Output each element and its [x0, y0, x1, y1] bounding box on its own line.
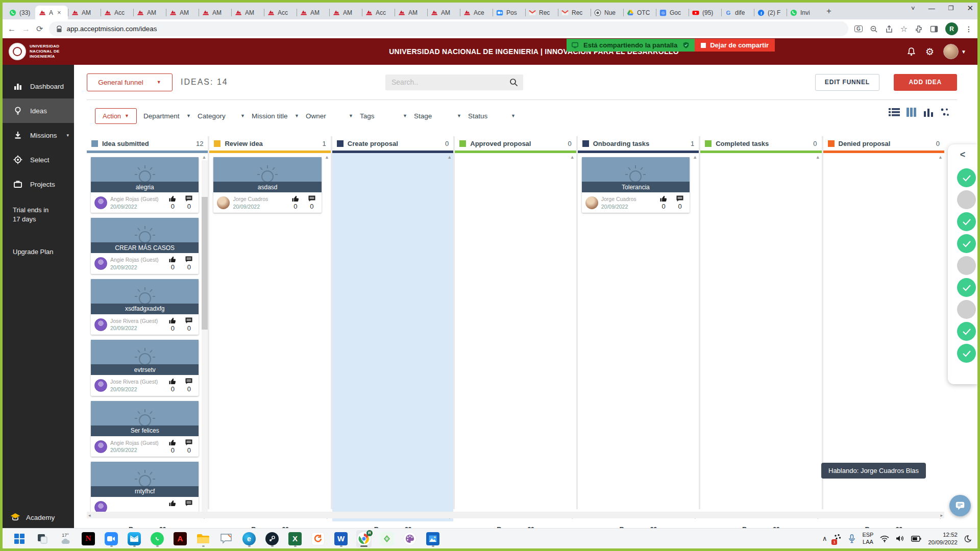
participant-check-avatar[interactable]	[957, 234, 976, 253]
card-comments[interactable]: 0	[182, 378, 195, 393]
notification-center-icon[interactable]	[964, 535, 972, 543]
column-header[interactable]: Denied proposal0	[823, 136, 944, 151]
horizontal-scrollbar[interactable]: ◂ ▸	[87, 512, 944, 518]
card-likes[interactable]: 0	[166, 195, 179, 210]
participant-avatar[interactable]	[957, 256, 976, 275]
taskbar-app-adobe[interactable]: A	[173, 530, 188, 547]
taskbar-app-excel[interactable]: X	[287, 530, 303, 547]
clock[interactable]: 12:5220/09/2022	[928, 531, 958, 546]
column-card-area[interactable]: ▲▼	[332, 153, 453, 521]
scroll-up-arrow[interactable]: ▲	[447, 155, 452, 160]
idea-card[interactable]: Ser felices Angie Rojas (Guest) 20/09/20…	[91, 401, 199, 457]
zoom-out-icon[interactable]	[870, 25, 878, 33]
scroll-up-arrow[interactable]: ▲	[570, 155, 575, 160]
battery-icon[interactable]	[911, 536, 921, 542]
taskbar-app-sync[interactable]	[310, 530, 326, 547]
filter-dropdown-status[interactable]: Status▼	[468, 112, 516, 120]
edit-funnel-button[interactable]: EDIT FUNNEL	[815, 74, 879, 91]
card-comments[interactable]: 0	[182, 439, 195, 454]
browser-tab[interactable]: AM	[395, 6, 427, 19]
card-comments[interactable]: 0	[182, 256, 195, 271]
action-dropdown[interactable]: Action▼	[95, 108, 137, 124]
taskbar-app-widgets[interactable]	[35, 530, 50, 547]
side-panel-icon[interactable]	[930, 25, 938, 33]
sidebar-item-ideas[interactable]: Ideas	[3, 98, 74, 123]
notifications-bell-icon[interactable]	[906, 47, 916, 57]
url-bar[interactable]: app.acceptmission.com/ideas	[49, 21, 848, 36]
collapse-chevron-icon[interactable]: <	[948, 149, 977, 160]
search-icon[interactable]	[509, 78, 518, 87]
participant-avatar[interactable]	[957, 300, 976, 319]
browser-tab[interactable]: GGoc	[656, 6, 689, 19]
scroll-up-arrow[interactable]: ▲	[202, 155, 207, 160]
taskbar-app-mail[interactable]	[127, 530, 142, 547]
tab-close-icon[interactable]: ×	[57, 9, 61, 16]
idea-card[interactable]: Tolerancia Jorge Cuadros 20/09/2022 0 0	[582, 157, 690, 213]
add-idea-button[interactable]: ADD IDEA	[894, 74, 957, 91]
taskbar-app-paint[interactable]	[402, 530, 418, 547]
filter-dropdown-stage[interactable]: Stage▼	[414, 112, 461, 120]
taskbar-app-word[interactable]: W	[333, 530, 349, 547]
card-likes[interactable]: 0	[166, 256, 179, 271]
browser-tab[interactable]: AM	[68, 6, 101, 19]
browser-tab[interactable]: AM	[329, 6, 362, 19]
sidebar-item-select[interactable]: Select	[3, 147, 74, 172]
card-comments[interactable]: 0	[305, 195, 318, 210]
browser-tab[interactable]: Acc	[101, 6, 133, 19]
back-button[interactable]: ←	[8, 24, 16, 34]
participant-avatar[interactable]	[957, 190, 976, 209]
browser-profile-avatar[interactable]: R	[945, 22, 958, 35]
minimize-button[interactable]: —	[928, 5, 935, 12]
browser-menu-icon[interactable]: ⋮	[965, 25, 972, 33]
idea-card[interactable]: evtrsetv Jose Rivera (Guest) 20/09/2022 …	[91, 340, 199, 395]
browser-tab[interactable]: Gdife	[721, 6, 754, 19]
scroll-up-arrow[interactable]: ▲	[938, 155, 943, 160]
sidebar-item-missions[interactable]: Missions ▾	[3, 123, 74, 147]
hidden-icons[interactable]: 1	[834, 534, 842, 544]
filter-dropdown-department[interactable]: Department▼	[143, 112, 191, 120]
scroll-up-arrow[interactable]: ▲	[325, 155, 329, 160]
browser-tab[interactable]: Acc	[264, 6, 297, 19]
sidebar-item-academy[interactable]: Academy	[10, 512, 55, 522]
bookmark-star-icon[interactable]: ☆	[900, 24, 908, 34]
sidebar-item-projects[interactable]: Projects	[3, 172, 74, 196]
chart-view-icon[interactable]	[923, 108, 934, 117]
card-likes[interactable]: 0	[166, 317, 179, 332]
taskbar-app-explorer[interactable]	[195, 530, 211, 547]
participant-check-avatar[interactable]	[957, 278, 976, 297]
taskbar-app-edge[interactable]: e	[241, 530, 257, 547]
taskbar-app-start[interactable]	[12, 530, 27, 547]
filter-dropdown-tags[interactable]: Tags▼	[360, 112, 407, 120]
taskbar-app-netflix[interactable]: N	[81, 530, 96, 547]
taskbar-app-sketch[interactable]	[379, 530, 395, 547]
participant-check-avatar[interactable]	[957, 322, 976, 341]
stop-sharing-button[interactable]: Dejar de compartir	[695, 39, 775, 52]
funnel-select[interactable]: General funnel▼	[87, 73, 173, 91]
search-input[interactable]	[390, 78, 509, 87]
reload-button[interactable]: ⟳	[36, 24, 43, 34]
browser-tab[interactable]: f(2) F	[754, 6, 787, 19]
card-comments[interactable]: 0	[673, 195, 687, 210]
taskbar-app-zoom[interactable]	[104, 530, 119, 547]
tray-chevron-icon[interactable]: ∧	[822, 535, 827, 542]
search-box[interactable]	[385, 74, 523, 90]
taskbar-app-weather[interactable]: 17°	[58, 530, 73, 547]
browser-tab[interactable]: AM	[133, 6, 166, 19]
filter-dropdown-owner[interactable]: Owner▼	[306, 112, 353, 120]
browser-tab[interactable]: AM	[199, 6, 231, 19]
board-view-icon[interactable]	[906, 108, 917, 117]
browser-tab[interactable]: OTC	[623, 6, 656, 19]
browser-tab[interactable]: Ace	[460, 6, 493, 19]
column-header[interactable]: Approved proposal0	[455, 136, 576, 151]
upgrade-plan-link[interactable]: Upgrade Plan	[3, 223, 74, 256]
browser-tab[interactable]: Nue	[591, 6, 623, 19]
card-likes[interactable]: 0	[657, 195, 670, 210]
idea-card[interactable]: asdasd Jorge Cuadros 20/09/2022 0 0	[213, 157, 321, 213]
scroll-up-arrow[interactable]: ▲	[693, 155, 697, 160]
column-header[interactable]: Completed tasks0	[700, 136, 821, 151]
taskbar-app-steam[interactable]	[264, 530, 280, 547]
browser-tab[interactable]: AM	[297, 6, 329, 19]
column-header[interactable]: Create proposal0	[332, 136, 453, 151]
column-card-area[interactable]: alegria Angie Rojas (Guest) 20/09/2022 0…	[87, 153, 208, 521]
relation-view-icon[interactable]	[940, 108, 949, 117]
